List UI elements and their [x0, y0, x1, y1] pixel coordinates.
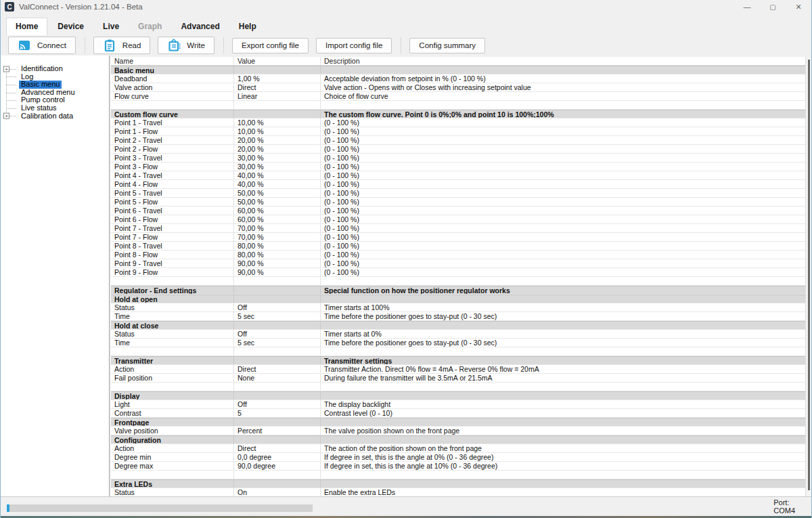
value-cell[interactable]: 30,00 %	[234, 154, 321, 162]
value-cell[interactable]: 80,00 %	[234, 251, 321, 259]
value-cell[interactable]: 70,00 %	[234, 233, 321, 241]
minimize-icon[interactable]: —	[734, 0, 760, 14]
read-button[interactable]: Read	[93, 37, 151, 54]
connect-button[interactable]: Connect	[8, 37, 76, 54]
table-section-row[interactable]: Custom flow curveThe custom flow curve. …	[111, 110, 805, 118]
table-row[interactable]: Point 4 - Travel40,00 %(0 - 100 %)	[111, 171, 805, 180]
value-cell[interactable]: 90,00 %	[234, 259, 321, 267]
value-cell[interactable]: 70,00 %	[234, 224, 321, 232]
menu-item-live[interactable]: Live	[94, 18, 128, 35]
menu-item-device[interactable]: Device	[49, 18, 93, 35]
value-cell[interactable]: Linear	[234, 92, 321, 100]
table-row[interactable]: Flow curveLinearChoice of flow curve	[111, 92, 805, 101]
value-cell[interactable]: 40,00 %	[234, 180, 321, 188]
value-cell[interactable]: 90,00 %	[234, 268, 321, 276]
table-row[interactable]: Time5 secTime before the positioner goes…	[111, 339, 805, 347]
table-row[interactable]: Point 2 - Travel20,00 %(0 - 100 %)	[111, 136, 805, 145]
table-row[interactable]: Point 3 - Flow30,00 %(0 - 100 %)	[111, 163, 805, 171]
value-cell[interactable]: Off	[234, 400, 321, 408]
menu-item-home[interactable]: Home	[6, 18, 47, 35]
table-row[interactable]: Point 5 - Travel50,00 %(0 - 100 %)	[111, 189, 805, 198]
value-cell[interactable]: None	[234, 374, 321, 382]
value-cell[interactable]: Direct	[234, 444, 321, 452]
value-cell[interactable]: 20,00 %	[234, 136, 321, 144]
table-row[interactable]: Valve actionDirectValve action - Opens w…	[111, 83, 805, 92]
table-row[interactable]: Point 5 - Flow50,00 %(0 - 100 %)	[111, 198, 805, 207]
value-cell[interactable]: 1,00 %	[234, 74, 321, 83]
column-header-description[interactable]: Description	[321, 57, 805, 65]
vertical-scrollbar[interactable]	[805, 57, 811, 496]
value-cell[interactable]: On	[234, 488, 321, 496]
table-row[interactable]: ActionDirectThe action of the position s…	[111, 444, 805, 453]
table-section-row[interactable]: Hold at open	[111, 295, 805, 303]
value-cell[interactable]: 5 sec	[234, 339, 321, 347]
table-row[interactable]: Point 9 - Flow90,00 %(0 - 100 %)	[111, 268, 805, 277]
column-header-name[interactable]: Name	[111, 57, 234, 65]
table-row[interactable]: Point 6 - Travel60,00 %(0 - 100 %)	[111, 207, 805, 215]
value-cell[interactable]: 50,00 %	[234, 198, 321, 206]
table-row[interactable]: StatusOnEnable the extra LEDs	[111, 488, 805, 496]
value-cell[interactable]: 80,00 %	[234, 242, 321, 250]
value-cell[interactable]: 60,00 %	[234, 215, 321, 223]
menu-item-graph[interactable]: Graph	[129, 18, 171, 35]
value-cell[interactable]: 10,00 %	[234, 118, 321, 127]
table-row[interactable]: StatusOffTimer starts at 0%	[111, 330, 805, 339]
table-section-row[interactable]: Configuration	[111, 435, 805, 444]
value-cell[interactable]: 40,00 %	[234, 171, 321, 179]
column-header-value[interactable]: Value	[234, 57, 321, 65]
table-row[interactable]: Deadband1,00 %Acceptable deviation from …	[111, 74, 805, 83]
sidebar-item-identification[interactable]: +Identification	[1, 65, 109, 73]
value-cell[interactable]: 10,00 %	[234, 127, 321, 135]
table-row[interactable]: Time5 secTime before the positioner goes…	[111, 312, 805, 321]
value-cell[interactable]: 30,00 %	[234, 163, 321, 171]
value-cell[interactable]: 20,00 %	[234, 145, 321, 153]
value-cell[interactable]: Off	[234, 330, 321, 338]
value-cell[interactable]: Off	[234, 303, 321, 311]
plus-box-icon[interactable]: +	[3, 113, 9, 119]
menu-item-advanced[interactable]: Advanced	[172, 18, 228, 35]
table-row[interactable]: StatusOffTimer starts at 100%	[111, 303, 805, 312]
table-section-row[interactable]: Frontpage	[111, 418, 805, 427]
maximize-icon[interactable]: ▢	[760, 0, 786, 14]
export-config-file-button[interactable]: Export config file	[232, 38, 309, 53]
table-row[interactable]: Point 2 - Flow20,00 %(0 - 100 %)	[111, 145, 805, 154]
table-row[interactable]: Fail positionNoneDuring failure the tran…	[111, 374, 805, 383]
close-icon[interactable]: ✕	[786, 0, 811, 14]
table-row[interactable]: Degree min0,0 degreeIf degree in set, th…	[111, 453, 805, 462]
table-row[interactable]: Point 3 - Travel30,00 %(0 - 100 %)	[111, 154, 805, 163]
value-cell[interactable]: 50,00 %	[234, 189, 321, 197]
tree-expander[interactable]: +	[1, 65, 19, 73]
tree-expander[interactable]: +	[1, 112, 19, 121]
table-row[interactable]: Point 7 - Flow70,00 %(0 - 100 %)	[111, 233, 805, 242]
sidebar-item-live-status[interactable]: Live status	[1, 104, 109, 112]
write-button[interactable]: Write	[158, 37, 215, 54]
table-section-row[interactable]: TransmitterTransmitter settings	[111, 356, 805, 365]
table-row[interactable]: Degree max90,0 degreeIf degree in set, t…	[111, 462, 805, 471]
table-section-row[interactable]: Basic menu	[111, 66, 805, 74]
table-section-row[interactable]: Hold at close	[111, 321, 805, 330]
value-cell[interactable]: 5	[234, 409, 321, 417]
table-section-row[interactable]: Extra LEDs	[111, 479, 805, 488]
value-cell[interactable]: 60,00 %	[234, 207, 321, 215]
table-row[interactable]: Point 1 - Flow10,00 %(0 - 100 %)	[111, 127, 805, 136]
table-row[interactable]: Valve positionPercentThe valve position …	[111, 427, 805, 435]
value-cell[interactable]: 0,0 degree	[234, 453, 321, 461]
import-config-file-button[interactable]: Import config file	[316, 38, 392, 53]
table-row[interactable]: LightOffThe display backlight	[111, 400, 805, 409]
table-section-row[interactable]: Regulator - End settingsSpecial function…	[111, 286, 805, 295]
scrollbar-thumb[interactable]	[808, 60, 810, 490]
table-row[interactable]: Point 4 - Flow40,00 %(0 - 100 %)	[111, 180, 805, 189]
value-cell[interactable]: Percent	[234, 427, 321, 435]
table-row[interactable]: Point 1 - Travel10,00 %(0 - 100 %)	[111, 118, 805, 127]
table-row[interactable]: Point 6 - Flow60,00 %(0 - 100 %)	[111, 215, 805, 224]
sidebar-item-calibration-data[interactable]: +Calibration data	[1, 112, 109, 121]
table-row[interactable]: Point 7 - Travel70,00 %(0 - 100 %)	[111, 224, 805, 233]
table-row[interactable]: ActionDirectTransmitter Action. Direct 0…	[111, 365, 805, 374]
table-section-row[interactable]: Display	[111, 391, 805, 400]
value-cell[interactable]: 5 sec	[234, 312, 321, 320]
table-row[interactable]: Point 8 - Flow80,00 %(0 - 100 %)	[111, 251, 805, 259]
plus-box-icon[interactable]: +	[3, 66, 9, 72]
table-row[interactable]: Point 8 - Travel80,00 %(0 - 100 %)	[111, 242, 805, 251]
table-row[interactable]: Contrast5Contrast level (0 - 10)	[111, 409, 805, 418]
table-row[interactable]: Point 9 - Travel90,00 %(0 - 100 %)	[111, 259, 805, 268]
